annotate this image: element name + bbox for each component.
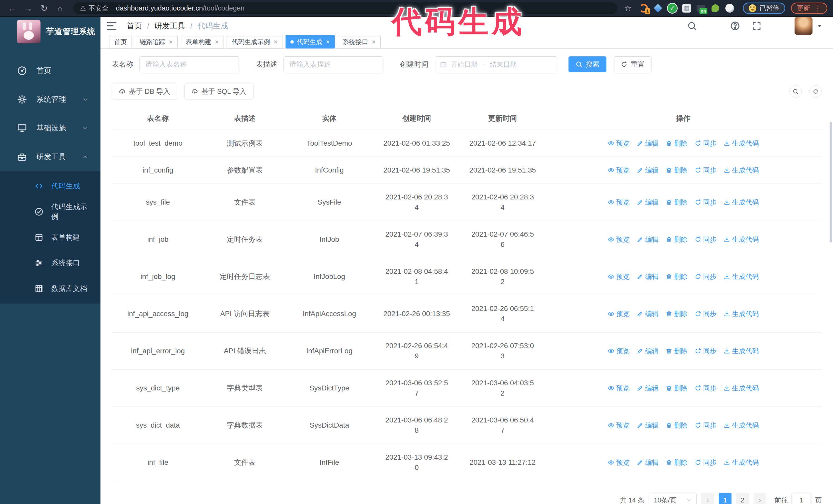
action-sync[interactable]: 同步: [695, 309, 716, 319]
tab-home[interactable]: 首页: [109, 35, 132, 48]
action-sync[interactable]: 同步: [695, 346, 716, 356]
scrollbar-thumb[interactable]: [830, 122, 832, 242]
action-preview[interactable]: 预览: [608, 271, 629, 282]
tab-trace[interactable]: 链路追踪 ×: [135, 35, 177, 48]
sidebar-item-devtools[interactable]: 研发工具: [0, 143, 100, 171]
sidebar-item-home[interactable]: 首页: [0, 56, 100, 85]
close-icon[interactable]: ×: [215, 38, 219, 46]
action-delete[interactable]: 删除: [666, 420, 687, 430]
tab-system-api[interactable]: 系统接口 ×: [338, 35, 381, 48]
action-preview[interactable]: 预览: [608, 309, 629, 319]
action-generate[interactable]: 生成代码: [723, 197, 759, 208]
action-generate[interactable]: 生成代码: [723, 165, 759, 175]
action-edit[interactable]: 编辑: [637, 271, 659, 282]
extension-white-puzzle-icon[interactable]: [725, 3, 735, 13]
close-icon[interactable]: ×: [372, 38, 376, 46]
breadcrumb-item[interactable]: 首页: [127, 21, 142, 31]
action-delete[interactable]: 删除: [666, 138, 687, 148]
page-button-1[interactable]: 1: [719, 493, 732, 504]
browser-forward-icon[interactable]: →: [22, 3, 35, 13]
browser-home-icon[interactable]: ⌂: [53, 3, 67, 13]
browser-back-icon[interactable]: ←: [6, 3, 19, 13]
action-preview[interactable]: 预览: [608, 165, 629, 175]
extension-green-icon[interactable]: [711, 3, 720, 13]
action-sync[interactable]: 同步: [695, 457, 716, 467]
action-delete[interactable]: 删除: [666, 197, 687, 208]
action-sync[interactable]: 同步: [695, 138, 716, 148]
refresh-table-button[interactable]: [809, 86, 822, 98]
action-sync[interactable]: 同步: [695, 420, 716, 430]
prev-page-button[interactable]: ‹: [701, 493, 714, 504]
action-delete[interactable]: 删除: [666, 271, 687, 282]
search-button[interactable]: [687, 21, 697, 31]
avatar[interactable]: [794, 17, 812, 35]
action-generate[interactable]: 生成代码: [723, 420, 759, 430]
sidebar-item-db-doc[interactable]: 数据库文档: [0, 276, 100, 302]
tab-codegen[interactable]: 代码生成 ×: [286, 35, 335, 48]
tab-form-builder[interactable]: 表单构建 ×: [181, 35, 223, 48]
tab-codegen-example[interactable]: 代码生成示例 ×: [227, 35, 282, 48]
close-icon[interactable]: ×: [169, 38, 173, 46]
breadcrumb-item[interactable]: 研发工具: [154, 21, 185, 31]
action-sync[interactable]: 同步: [695, 271, 716, 282]
action-generate[interactable]: 生成代码: [723, 457, 759, 467]
extension-orange-icon[interactable]: 1: [639, 3, 648, 13]
extension-dark-on-icon[interactable]: on: [696, 3, 706, 13]
browser-reload-icon[interactable]: ↻: [38, 3, 51, 13]
extension-green-check-icon[interactable]: ✓: [667, 3, 677, 13]
import-db-button[interactable]: 基于 DB 导入: [112, 83, 177, 99]
action-delete[interactable]: 删除: [666, 346, 687, 356]
address-bar[interactable]: ⚠ 不安全 dashboard.yudao.iocoder.cn/tool/co…: [73, 2, 617, 14]
goto-page-input[interactable]: [791, 493, 811, 504]
action-preview[interactable]: 预览: [608, 234, 629, 245]
action-edit[interactable]: 编辑: [637, 197, 659, 208]
action-preview[interactable]: 预览: [608, 138, 629, 148]
action-sync[interactable]: 同步: [695, 383, 716, 393]
sidebar-item-infra[interactable]: 基础设施: [0, 114, 100, 143]
help-button[interactable]: [730, 21, 740, 31]
extension-grid-icon[interactable]: ▦: [682, 3, 691, 13]
action-preview[interactable]: 预览: [608, 420, 629, 430]
table-desc-input[interactable]: [284, 56, 383, 72]
extension-gem-icon[interactable]: [653, 3, 663, 13]
action-edit[interactable]: 编辑: [637, 383, 659, 393]
table-name-input[interactable]: [139, 56, 239, 72]
action-edit[interactable]: 编辑: [637, 457, 659, 467]
action-edit[interactable]: 编辑: [637, 309, 659, 319]
sidebar-item-codegen-example[interactable]: 代码生成示例: [0, 199, 100, 224]
bookmark-star-icon[interactable]: ☆: [624, 3, 632, 13]
reset-button[interactable]: 重置: [614, 56, 651, 72]
action-sync[interactable]: 同步: [695, 165, 716, 175]
sidebar-item-codegen[interactable]: 代码生成: [0, 173, 100, 199]
user-menu[interactable]: [794, 17, 823, 35]
action-generate[interactable]: 生成代码: [723, 309, 759, 319]
action-delete[interactable]: 删除: [666, 234, 687, 245]
action-preview[interactable]: 预览: [608, 346, 629, 356]
not-secure-warning[interactable]: ⚠ 不安全: [80, 4, 109, 13]
action-generate[interactable]: 生成代码: [723, 271, 759, 282]
font-size-button[interactable]: [773, 21, 783, 31]
update-button[interactable]: 更新 ⋮: [791, 3, 827, 14]
page-size-select[interactable]: 10条/页: [649, 493, 697, 504]
fullscreen-button[interactable]: [752, 21, 762, 31]
action-delete[interactable]: 删除: [666, 383, 687, 393]
logo-row[interactable]: 芋道管理系统: [0, 17, 100, 46]
toggle-search-button[interactable]: [789, 86, 802, 98]
import-sql-button[interactable]: 基于 SQL 导入: [184, 83, 254, 99]
action-edit[interactable]: 编辑: [637, 234, 659, 245]
action-edit[interactable]: 编辑: [637, 138, 659, 148]
action-preview[interactable]: 预览: [608, 457, 629, 467]
action-generate[interactable]: 生成代码: [723, 346, 759, 356]
paused-badge[interactable]: 已暂停: [743, 3, 785, 14]
action-preview[interactable]: 预览: [608, 383, 629, 393]
action-sync[interactable]: 同步: [695, 234, 716, 245]
action-delete[interactable]: 删除: [666, 457, 687, 467]
hamburger-icon[interactable]: [106, 22, 116, 30]
close-icon[interactable]: ×: [326, 38, 330, 46]
sidebar-item-system[interactable]: 系统管理: [0, 85, 100, 114]
sidebar-item-system-api[interactable]: 系统接口: [0, 250, 100, 276]
action-delete[interactable]: 删除: [666, 165, 687, 175]
action-delete[interactable]: 删除: [666, 309, 687, 319]
kebab-menu-icon[interactable]: ⋮: [814, 4, 822, 13]
sidebar-item-form-builder[interactable]: 表单构建: [0, 224, 100, 250]
